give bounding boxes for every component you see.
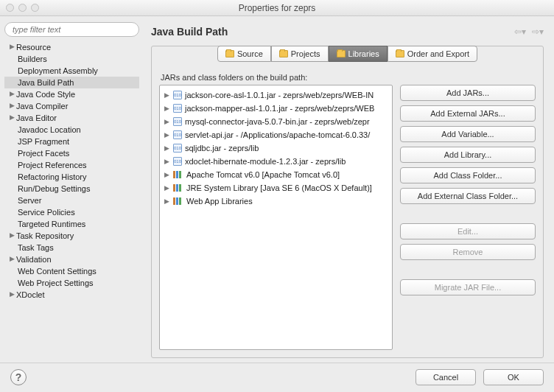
library-icon (173, 197, 183, 205)
tree-item-label: Task Tags (18, 242, 54, 253)
list-item-label: servlet-api.jar - /Applications/apache-t… (185, 130, 370, 139)
list-item[interactable]: ▶xdoclet-hibernate-module-1.2.3.jar - ze… (161, 155, 390, 168)
chevron-right-icon: ▶ (163, 144, 170, 152)
tree-item[interactable]: Project Facets (4, 147, 139, 159)
list-item-label: jackson-mapper-asl-1.0.1.jar - zeprs/web… (185, 104, 374, 113)
chevron-right-icon: ▶ (163, 171, 170, 178)
add-external-class-folder-button[interactable]: Add External Class Folder... (400, 188, 536, 204)
tab-label: Order and Export (407, 49, 469, 58)
migrate-jar-button[interactable]: Migrate JAR File... (400, 279, 536, 295)
tab-label: Projects (291, 49, 320, 58)
chevron-right-icon (9, 288, 15, 300)
jar-icon (173, 104, 182, 113)
tab-source[interactable]: Source (217, 46, 271, 62)
chevron-right-icon: ▶ (163, 197, 170, 205)
library-icon (173, 171, 183, 178)
tree-item[interactable]: Project References (4, 159, 139, 171)
tree-item[interactable]: Service Policies (4, 206, 139, 218)
chevron-right-icon: ▶ (163, 118, 170, 125)
add-variable-button[interactable]: Add Variable... (400, 126, 536, 142)
property-tree: ResourceBuildersDeployment AssemblyJava … (4, 41, 139, 301)
list-item-label: sqljdbc.jar - zeprs/lib (185, 144, 259, 153)
chevron-right-icon (9, 229, 15, 241)
tree-item[interactable]: XDoclet (4, 289, 139, 301)
tree-item-label: Project Facets (18, 147, 69, 159)
tree-item-label: JSP Fragment (18, 136, 69, 147)
tree-item-label: Java Compiler (16, 100, 68, 112)
tree-item-label: Web Content Settings (18, 265, 97, 277)
chevron-right-icon (9, 41, 15, 52)
tree-item[interactable]: JSP Fragment (4, 136, 139, 147)
tree-item[interactable]: Validation (4, 253, 139, 265)
list-item-label: xdoclet-hibernate-module-1.2.3.jar - zep… (185, 157, 346, 166)
folder-icon (225, 50, 234, 57)
ok-button[interactable]: OK (483, 369, 544, 385)
add-library-button[interactable]: Add Library... (400, 147, 536, 163)
window-title: Properties for zeprs (0, 3, 554, 13)
list-item[interactable]: ▶JRE System Library [Java SE 6 (MacOS X … (161, 181, 390, 195)
tree-item-label: XDoclet (16, 289, 45, 301)
tree-item-label: Targeted Runtimes (18, 218, 85, 230)
tree-item[interactable]: Resource (4, 41, 139, 53)
tree-item[interactable]: Server (4, 195, 139, 206)
chevron-right-icon: ▶ (163, 105, 170, 112)
jar-icon (173, 157, 182, 166)
tree-item[interactable]: Run/Debug Settings (4, 183, 139, 195)
tree-item-label: Java Editor (16, 112, 57, 124)
tree-item[interactable]: Web Project Settings (4, 277, 139, 289)
chevron-right-icon (9, 88, 15, 99)
tree-item[interactable]: Java Compiler (4, 100, 139, 112)
tree-item[interactable]: Web Content Settings (4, 265, 139, 277)
add-jars-button[interactable]: Add JARs... (400, 85, 536, 101)
tree-item-label: Resource (16, 41, 51, 53)
tree-item-label: Server (18, 195, 41, 206)
edit-button[interactable]: Edit... (400, 223, 536, 239)
tab-order-export[interactable]: Order and Export (388, 46, 477, 62)
tree-item-label: Validation (16, 253, 52, 265)
jar-icon (173, 130, 182, 139)
tab-projects[interactable]: Projects (271, 46, 329, 62)
list-item-label: JRE System Library [Java SE 6 (MacOS X D… (186, 183, 372, 192)
tree-item[interactable]: Javadoc Location (4, 124, 139, 136)
tree-item[interactable]: Refactoring History (4, 171, 139, 183)
tree-item[interactable]: Deployment Assembly (4, 65, 139, 77)
list-item[interactable]: ▶mysql-connector-java-5.0.7-bin.jar - ze… (161, 115, 390, 128)
tree-item-label: Run/Debug Settings (18, 183, 90, 195)
folder-icon (337, 50, 346, 57)
tree-item-label: Java Build Path (18, 77, 74, 88)
remove-button[interactable]: Remove (400, 244, 536, 260)
tree-item[interactable]: Java Editor (4, 112, 139, 124)
back-icon[interactable]: ⇦▾ (514, 27, 526, 37)
help-icon[interactable]: ? (10, 369, 27, 385)
list-item[interactable]: ▶sqljdbc.jar - zeprs/lib (161, 141, 390, 155)
tree-item-label: Web Project Settings (18, 277, 94, 289)
list-item[interactable]: ▶Apache Tomcat v6.0 [Apache Tomcat v6.0] (161, 168, 390, 181)
list-item[interactable]: ▶jackson-core-asl-1.0.1.jar - zeprs/web/… (161, 88, 390, 102)
tree-item[interactable]: Java Code Style (4, 88, 139, 100)
list-item-label: Apache Tomcat v6.0 [Apache Tomcat v6.0] (186, 170, 340, 179)
list-item[interactable]: ▶jackson-mapper-asl-1.0.1.jar - zeprs/we… (161, 102, 390, 115)
forward-icon[interactable]: ⇨▾ (532, 27, 544, 37)
filter-input[interactable] (4, 22, 139, 37)
jar-icon (173, 117, 182, 126)
chevron-right-icon (9, 99, 15, 111)
tree-item[interactable]: Task Repository (4, 230, 139, 242)
tree-item[interactable]: Java Build Path (4, 77, 139, 88)
cancel-button[interactable]: Cancel (416, 369, 476, 385)
classpath-list[interactable]: ▶jackson-core-asl-1.0.1.jar - zeprs/web/… (159, 85, 393, 350)
add-class-folder-button[interactable]: Add Class Folder... (400, 167, 536, 183)
titlebar: Properties for zeprs (0, 0, 554, 16)
tree-item[interactable]: Task Tags (4, 242, 139, 253)
list-item[interactable]: ▶Web App Libraries (161, 195, 390, 208)
tree-item-label: Task Repository (16, 230, 74, 242)
tree-item[interactable]: Targeted Runtimes (4, 218, 139, 230)
tab-label: Source (237, 49, 263, 58)
jar-icon (173, 144, 182, 153)
tab-libraries[interactable]: Libraries (329, 46, 388, 62)
add-external-jars-button[interactable]: Add External JARs... (400, 105, 536, 122)
list-item[interactable]: ▶servlet-api.jar - /Applications/apache-… (161, 128, 390, 141)
tree-item-label: Service Policies (18, 206, 75, 218)
sidebar: ResourceBuildersDeployment AssemblyJava … (0, 16, 144, 363)
tree-item-label: Refactoring History (18, 171, 87, 183)
tree-item[interactable]: Builders (4, 53, 139, 65)
